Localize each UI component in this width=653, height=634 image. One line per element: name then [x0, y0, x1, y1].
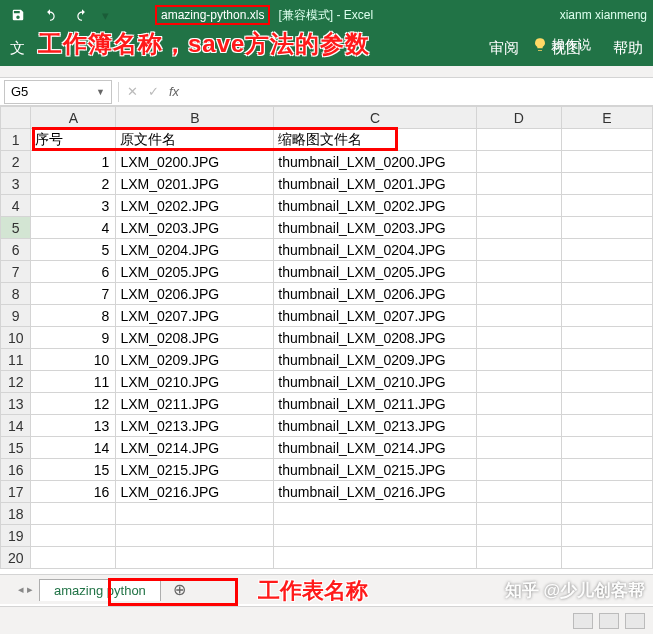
cell[interactable]: thumbnail_LXM_0210.JPG — [274, 371, 476, 393]
name-box[interactable]: G5 ▼ — [4, 80, 112, 104]
sheet-tab-active[interactable]: amazing python — [39, 579, 161, 601]
cell[interactable] — [476, 481, 561, 503]
spreadsheet-grid[interactable]: A B C D E 1序号原文件名缩略图文件名21LXM_0200.JPGthu… — [0, 106, 653, 569]
cell[interactable]: 序号 — [31, 129, 116, 151]
cell[interactable] — [561, 547, 652, 569]
row-header[interactable]: 19 — [1, 525, 31, 547]
undo-icon[interactable] — [38, 3, 62, 27]
cell[interactable] — [561, 261, 652, 283]
cell[interactable]: LXM_0210.JPG — [116, 371, 274, 393]
cell[interactable]: thumbnail_LXM_0205.JPG — [274, 261, 476, 283]
cell[interactable]: 8 — [31, 305, 116, 327]
cell[interactable]: LXM_0209.JPG — [116, 349, 274, 371]
cell[interactable]: LXM_0214.JPG — [116, 437, 274, 459]
cell[interactable]: LXM_0208.JPG — [116, 327, 274, 349]
save-icon[interactable] — [6, 3, 30, 27]
cell[interactable] — [476, 283, 561, 305]
cancel-icon[interactable]: ✕ — [127, 84, 138, 99]
chevron-down-icon[interactable]: ▼ — [96, 87, 105, 97]
cell[interactable] — [31, 503, 116, 525]
cell[interactable] — [561, 503, 652, 525]
user-name[interactable]: xianm xianmeng — [560, 8, 647, 22]
row-header[interactable]: 3 — [1, 173, 31, 195]
cell[interactable]: thumbnail_LXM_0211.JPG — [274, 393, 476, 415]
cell[interactable]: thumbnail_LXM_0203.JPG — [274, 217, 476, 239]
cell[interactable]: LXM_0206.JPG — [116, 283, 274, 305]
cell[interactable] — [476, 195, 561, 217]
cell[interactable] — [476, 239, 561, 261]
cell[interactable]: thumbnail_LXM_0216.JPG — [274, 481, 476, 503]
cell[interactable] — [274, 525, 476, 547]
cell[interactable]: 3 — [31, 195, 116, 217]
sheet-nav[interactable]: ◂ ▸ — [18, 583, 33, 596]
cell[interactable] — [274, 547, 476, 569]
row-header[interactable]: 7 — [1, 261, 31, 283]
cell[interactable]: LXM_0207.JPG — [116, 305, 274, 327]
row-header[interactable]: 6 — [1, 239, 31, 261]
view-normal-icon[interactable] — [573, 613, 593, 629]
cell[interactable]: 15 — [31, 459, 116, 481]
cell[interactable]: 缩略图文件名 — [274, 129, 476, 151]
row-header[interactable]: 4 — [1, 195, 31, 217]
cell[interactable]: 14 — [31, 437, 116, 459]
cell[interactable]: thumbnail_LXM_0200.JPG — [274, 151, 476, 173]
row-header[interactable]: 9 — [1, 305, 31, 327]
cell[interactable]: 9 — [31, 327, 116, 349]
row-header[interactable]: 5 — [1, 217, 31, 239]
cell[interactable]: LXM_0211.JPG — [116, 393, 274, 415]
cell[interactable] — [476, 459, 561, 481]
cell[interactable]: thumbnail_LXM_0206.JPG — [274, 283, 476, 305]
cell[interactable]: thumbnail_LXM_0208.JPG — [274, 327, 476, 349]
cell[interactable] — [476, 547, 561, 569]
row-header[interactable]: 15 — [1, 437, 31, 459]
cell[interactable]: 12 — [31, 393, 116, 415]
cell[interactable]: thumbnail_LXM_0213.JPG — [274, 415, 476, 437]
cell[interactable]: 7 — [31, 283, 116, 305]
cell[interactable]: 11 — [31, 371, 116, 393]
cell[interactable]: 4 — [31, 217, 116, 239]
cell[interactable] — [476, 349, 561, 371]
cell[interactable]: thumbnail_LXM_0201.JPG — [274, 173, 476, 195]
cell[interactable]: thumbnail_LXM_0214.JPG — [274, 437, 476, 459]
cell[interactable]: thumbnail_LXM_0204.JPG — [274, 239, 476, 261]
cell[interactable] — [476, 261, 561, 283]
row-header[interactable]: 17 — [1, 481, 31, 503]
cell[interactable]: LXM_0201.JPG — [116, 173, 274, 195]
new-sheet-icon[interactable]: ⊕ — [167, 580, 192, 599]
tab-file[interactable]: 文 — [10, 39, 25, 58]
cell[interactable] — [476, 129, 561, 151]
col-header-C[interactable]: C — [274, 107, 476, 129]
view-page-icon[interactable] — [599, 613, 619, 629]
cell[interactable]: 16 — [31, 481, 116, 503]
cell[interactable] — [476, 151, 561, 173]
cell[interactable] — [476, 305, 561, 327]
cell[interactable] — [476, 393, 561, 415]
col-header-A[interactable]: A — [31, 107, 116, 129]
tellme-button[interactable]: 操作说 — [532, 36, 591, 54]
cell[interactable] — [476, 173, 561, 195]
cell[interactable] — [476, 415, 561, 437]
cell[interactable]: 6 — [31, 261, 116, 283]
cell[interactable] — [561, 217, 652, 239]
col-header-E[interactable]: E — [561, 107, 652, 129]
row-header[interactable]: 11 — [1, 349, 31, 371]
fx-icon[interactable]: fx — [169, 84, 179, 99]
cell[interactable] — [116, 525, 274, 547]
row-header[interactable]: 2 — [1, 151, 31, 173]
cell[interactable] — [476, 437, 561, 459]
tab-help[interactable]: 帮助 — [613, 39, 643, 58]
row-header[interactable]: 18 — [1, 503, 31, 525]
cell[interactable] — [561, 437, 652, 459]
select-all-corner[interactable] — [1, 107, 31, 129]
cell[interactable]: thumbnail_LXM_0209.JPG — [274, 349, 476, 371]
row-header[interactable]: 8 — [1, 283, 31, 305]
cell[interactable] — [561, 459, 652, 481]
cell[interactable] — [31, 547, 116, 569]
cell[interactable] — [561, 151, 652, 173]
cell[interactable] — [116, 547, 274, 569]
cell[interactable] — [476, 525, 561, 547]
cell[interactable]: LXM_0204.JPG — [116, 239, 274, 261]
row-header[interactable]: 13 — [1, 393, 31, 415]
cell[interactable] — [561, 349, 652, 371]
cell[interactable] — [274, 503, 476, 525]
